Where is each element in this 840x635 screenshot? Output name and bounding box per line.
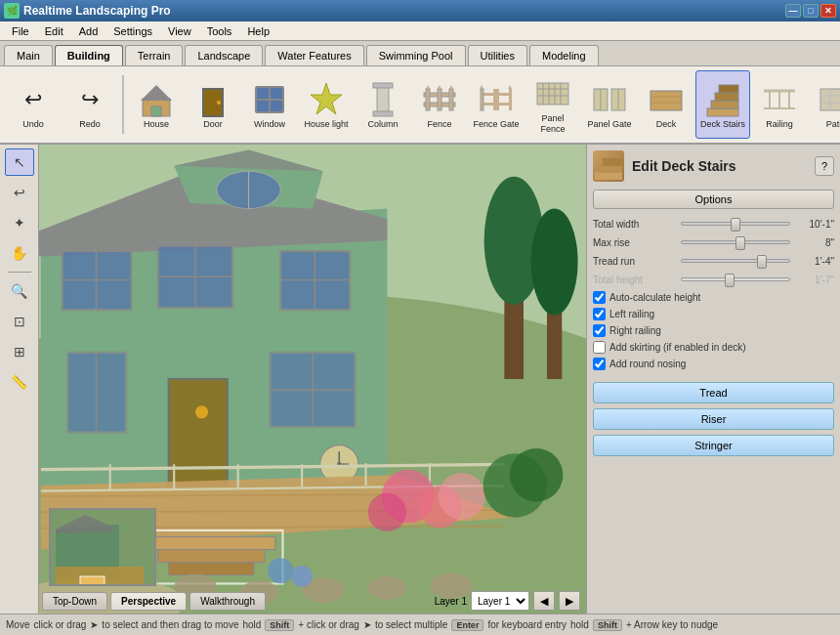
tab-modeling[interactable]: Modeling (529, 45, 599, 65)
layer-prev-button[interactable]: ◀ (533, 591, 555, 611)
title-bar: 🌿 Realtime Landscaping Pro — □ ✕ (0, 0, 840, 21)
svg-rect-30 (537, 83, 568, 105)
toolbar-house[interactable]: House (129, 70, 184, 139)
slider-thumb-1[interactable] (735, 236, 745, 250)
menu-item-tools[interactable]: Tools (199, 23, 240, 39)
toolbar-fence[interactable]: Fence (412, 70, 467, 139)
menu-item-edit[interactable]: Edit (37, 23, 71, 39)
svg-rect-45 (711, 101, 738, 108)
tab-water-features[interactable]: Water Features (265, 45, 363, 65)
icon-patio (819, 80, 840, 119)
svg-point-131 (291, 566, 313, 587)
svg-marker-25 (480, 85, 483, 89)
status-key-12: Shift (593, 619, 622, 631)
view-tab-walkthrough[interactable]: Walkthrough (189, 592, 266, 611)
toolbar-undo[interactable]: ↩Undo (6, 70, 61, 139)
toolbar-patio[interactable]: Patio (809, 70, 840, 139)
prop-slider-0[interactable] (681, 217, 790, 231)
action-btn-riser[interactable]: Riser (593, 408, 834, 430)
maximize-button[interactable]: □ (803, 4, 819, 18)
svg-rect-11 (373, 111, 393, 116)
status-key-9: Enter (451, 619, 483, 631)
icon-panel-fence (535, 74, 570, 113)
layer-next-button[interactable]: ▶ (559, 591, 580, 611)
left-tool-grid[interactable]: 📏 (5, 368, 34, 396)
options-button[interactable]: Options (593, 190, 834, 209)
menu-item-settings[interactable]: Settings (105, 23, 160, 39)
checkbox-2[interactable] (593, 324, 606, 337)
menu-item-file[interactable]: File (4, 23, 37, 39)
toolbar-deck-stairs[interactable]: Deck Stairs (695, 70, 750, 139)
toolbar: ↩Undo↪RedoHouseDoorWindowHouse lightColu… (0, 66, 840, 145)
menu-item-add[interactable]: Add (71, 23, 106, 39)
left-tool-select[interactable]: ↖ (5, 148, 34, 176)
checkbox-label-0: Auto-calculate height (609, 292, 700, 303)
property-row-3: Total height 1'-7" (593, 273, 834, 286)
prop-slider-1[interactable] (681, 235, 790, 249)
checkbox-0[interactable] (593, 291, 606, 304)
checkbox-4[interactable] (593, 358, 606, 370)
svg-rect-41 (651, 91, 682, 110)
toolbar-panel-fence[interactable]: Panel Fence (525, 70, 580, 139)
viewport[interactable]: Top-DownPerspectiveWalkthrough Layer 1 L… (39, 145, 586, 614)
layer-select[interactable]: Layer 1 (471, 591, 529, 611)
menu-item-view[interactable]: View (160, 23, 199, 39)
icon-deck-stairs (705, 80, 740, 119)
toolbar-column[interactable]: Column (356, 70, 410, 139)
svg-rect-114 (147, 536, 275, 549)
svg-marker-19 (449, 85, 453, 89)
toolbar-separator (122, 75, 124, 134)
status-text-1: click or drag (33, 619, 86, 630)
view-tab-perspective[interactable]: Perspective (110, 592, 187, 611)
status-text-7: ➤ (363, 619, 371, 630)
left-tool-add[interactable]: ✋ (5, 239, 34, 267)
slider-track-0 (681, 222, 790, 226)
checkbox-row-2: Right railing (593, 324, 834, 337)
window-controls: — □ ✕ (785, 4, 836, 18)
left-tool-edit-points[interactable]: ✦ (5, 209, 34, 236)
toolbar-window[interactable]: Window (242, 70, 297, 139)
toolbar-door[interactable]: Door (186, 70, 240, 139)
property-row-0: Total width 10'-1" (593, 217, 834, 231)
toolbar-deck[interactable]: Deck (639, 70, 693, 139)
toolbar-house-light[interactable]: House light (299, 70, 354, 139)
slider-track-1 (681, 240, 790, 244)
layer-control: Layer 1 Layer 1 ◀ ▶ (429, 588, 586, 614)
toolbar-icon-redo: ↪ (72, 80, 107, 119)
left-tool-pan[interactable]: 🔍 (5, 277, 34, 305)
layer-label: Layer 1 (435, 596, 467, 607)
tab-landscape[interactable]: Landscape (185, 45, 263, 65)
checkbox-label-4: Add round nosing (609, 359, 686, 369)
checkbox-3[interactable] (593, 341, 606, 354)
svg-rect-46 (715, 93, 738, 101)
slider-thumb-2[interactable] (757, 255, 767, 269)
checkbox-1[interactable] (593, 308, 606, 320)
action-buttons-section: TreadRiserStringer (593, 382, 834, 461)
close-button[interactable]: ✕ (820, 4, 836, 18)
left-tool-zoom-region[interactable]: ⊞ (5, 338, 34, 365)
checkbox-label-2: Right railing (609, 325, 661, 336)
slider-thumb-0[interactable] (731, 218, 740, 232)
minimize-button[interactable]: — (785, 4, 801, 18)
toolbar-railing[interactable]: Railing (752, 70, 807, 139)
prop-slider-2[interactable] (681, 254, 790, 268)
tab-building[interactable]: Building (55, 45, 123, 65)
svg-rect-28 (509, 89, 512, 110)
toolbar-fence-gate[interactable]: Fence Gate (469, 70, 524, 139)
view-tab-top-down[interactable]: Top-Down (42, 592, 107, 611)
left-tool-undo[interactable]: ↩ (5, 179, 34, 206)
svg-rect-44 (707, 108, 738, 116)
tab-main[interactable]: Main (4, 45, 53, 65)
toolbar-redo[interactable]: ↪Redo (63, 70, 117, 139)
action-btn-stringer[interactable]: Stringer (593, 435, 834, 456)
menu-item-help[interactable]: Help (239, 23, 277, 39)
menu-bar: FileEditAddSettingsViewToolsHelp (0, 21, 840, 41)
icon-fence-gate (479, 80, 514, 119)
tab-swimming-pool[interactable]: Swimming Pool (366, 45, 466, 65)
panel-help-button[interactable]: ? (815, 156, 834, 176)
toolbar-panel-gate[interactable]: Panel Gate (582, 70, 637, 139)
tab-terrain[interactable]: Terrain (125, 45, 184, 65)
action-btn-tread[interactable]: Tread (593, 382, 834, 403)
left-tool-zoom[interactable]: ⊡ (5, 308, 34, 335)
tab-utilities[interactable]: Utilities (468, 45, 527, 65)
